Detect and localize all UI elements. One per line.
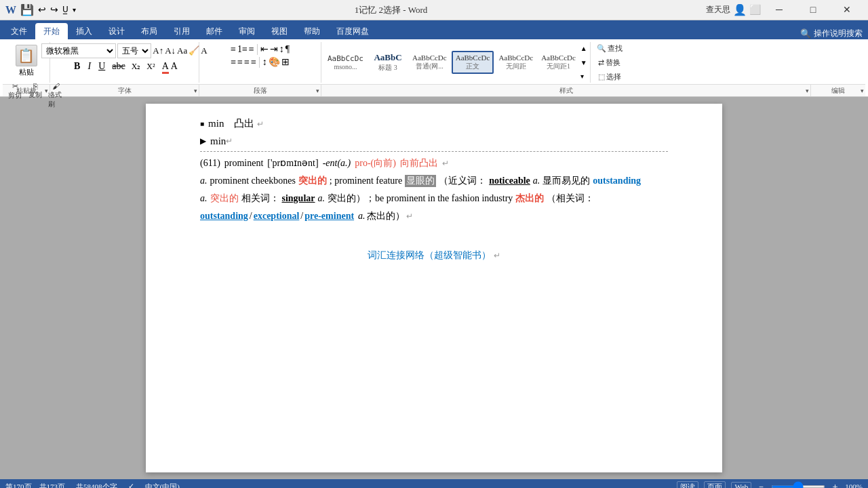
superscript-button[interactable]: X²	[144, 61, 157, 73]
view-page-button[interactable]: 页面	[704, 481, 726, 489]
paragraph-label[interactable]: 段落	[199, 85, 321, 96]
search-hint[interactable]: 操作说明搜索	[814, 28, 863, 39]
font-grow-button[interactable]: A↑	[153, 45, 163, 56]
style-preview-normal-web: AaBbCcDc	[412, 54, 447, 62]
undo-button[interactable]: ↩	[38, 4, 46, 16]
zoom-in-button[interactable]: ＋	[831, 481, 840, 488]
tab-home[interactable]: 开始	[35, 23, 68, 39]
paste-button[interactable]: 📋 粘贴	[5, 43, 47, 79]
view-read-button[interactable]: 阅读	[677, 481, 698, 489]
gallery-up-button[interactable]: ▲	[580, 45, 587, 52]
tab-design[interactable]: 设计	[100, 23, 133, 39]
font-label[interactable]: 字体	[50, 85, 199, 96]
increase-indent-button[interactable]: ⇥	[270, 43, 278, 55]
paste-icon: 📋	[16, 45, 37, 66]
zoom-level: 100%	[845, 483, 863, 488]
entry-rest3: 突出的）；be prominent in the fashion industr…	[328, 192, 513, 205]
decrease-indent-button[interactable]: ⇤	[260, 43, 269, 55]
bold-button[interactable]: B	[71, 60, 83, 73]
expand-arrow[interactable]: ▶	[200, 136, 206, 146]
doc-title: min 凸出 ↵	[208, 117, 264, 130]
zoom-slider[interactable]	[771, 485, 825, 488]
clipboard-label[interactable]: 粘贴板	[3, 85, 50, 96]
ribbon-search-area: 🔍 操作说明搜索	[377, 28, 868, 39]
gallery-down-button[interactable]: ▼	[580, 59, 587, 66]
align-left-button[interactable]: ≡	[231, 57, 236, 68]
entry-line1: (611) prominent ['prɒmɪnənt] -ent(a.) pr…	[200, 157, 668, 169]
show-formatting-button[interactable]: ¶	[285, 44, 290, 55]
style-no-spacing1[interactable]: AaBbCcDc 无间距1	[538, 52, 579, 73]
quick-access-dropdown[interactable]: ▾	[73, 6, 76, 14]
profile-button[interactable]: 👤	[733, 3, 747, 16]
style-msonormal[interactable]: AaBbCcDc msono...	[324, 52, 367, 73]
line-spacing-button[interactable]: ↕	[262, 57, 267, 68]
close-button[interactable]: ✕	[831, 0, 863, 20]
clear-format-button[interactable]: 🧹	[189, 45, 199, 56]
select-button[interactable]: ⬚ 选择	[596, 71, 623, 83]
style-normal-web[interactable]: AaBbCcDc 普通(网...	[409, 52, 450, 73]
numbering-button[interactable]: 1≡	[237, 44, 248, 55]
font-size-select[interactable]: 五号	[117, 43, 151, 58]
replace-button[interactable]: ⇄ 替换	[596, 57, 623, 68]
style-heading3[interactable]: AaBbC 标题 3	[368, 50, 408, 75]
paste-label: 粘贴	[19, 67, 34, 77]
proofing-icon: ✓	[128, 482, 134, 489]
style-preview-no-spacing1: AaBbCcDc	[541, 54, 576, 62]
align-center-button[interactable]: ≡	[237, 57, 243, 68]
justify-button[interactable]: ≡	[251, 57, 256, 68]
document-scroll[interactable]: ■ min 凸出 ↵ ▶ min ↵ (611) prominent	[0, 97, 868, 479]
footer-return: ↵	[494, 251, 500, 260]
font-shrink-button[interactable]: A↓	[165, 45, 176, 56]
document-page: ■ min 凸出 ↵ ▶ min ↵ (611) prominent	[146, 104, 722, 472]
entry-return4: ↵	[406, 211, 413, 222]
text-color-button[interactable]: A	[162, 61, 169, 72]
shading-button[interactable]: 🎨	[269, 56, 280, 68]
underline-quick[interactable]: U̲	[62, 5, 68, 15]
tab-insert[interactable]: 插入	[68, 23, 100, 39]
tab-references[interactable]: 引用	[165, 23, 198, 39]
italic-button[interactable]: I	[85, 60, 94, 73]
para-row1: ≡ 1≡ ≡ ⇤ ⇥ ↕ ¶	[231, 43, 290, 55]
find-button[interactable]: 🔍 查找	[595, 43, 625, 54]
subscript-button[interactable]: X₂	[130, 61, 143, 73]
font-family-select[interactable]: 微软雅黑	[41, 43, 116, 58]
tab-file[interactable]: 文件	[3, 23, 35, 39]
view-web-button[interactable]: Web	[731, 482, 751, 488]
underline-button[interactable]: U	[96, 60, 108, 73]
tab-help[interactable]: 帮助	[296, 23, 328, 39]
replace-label: 替换	[606, 58, 620, 68]
change-case-button[interactable]: Aa	[177, 45, 187, 56]
tab-baidu[interactable]: 百度网盘	[328, 23, 377, 39]
sep1	[257, 44, 258, 55]
borders-button[interactable]: ⊞	[281, 56, 290, 68]
minimize-button[interactable]: ─	[764, 0, 795, 20]
maximize-button[interactable]: □	[797, 0, 829, 20]
entry-jiechu: 杰出的	[515, 192, 544, 205]
styles-label[interactable]: 样式	[321, 85, 811, 96]
multilevel-button[interactable]: ≡	[249, 44, 254, 55]
bullets-button[interactable]: ≡	[231, 44, 236, 55]
save-button[interactable]: 💾	[20, 3, 34, 16]
highlight-color-button[interactable]: A	[171, 61, 178, 72]
tab-review[interactable]: 审阅	[231, 23, 263, 39]
zoom-out-button[interactable]: －	[757, 481, 766, 488]
style-body[interactable]: AaBbCcDc 正文	[452, 51, 494, 74]
style-no-spacing[interactable]: AaBbCcDc 无间距	[495, 52, 536, 73]
word-count: 共58408个字	[76, 482, 117, 489]
editing-label[interactable]: 编辑	[811, 85, 865, 96]
tab-view[interactable]: 视图	[263, 23, 296, 39]
window-restore[interactable]: ⬜	[749, 4, 761, 16]
align-right-button[interactable]: ≡	[244, 57, 250, 68]
bullet-marker: ■	[200, 120, 204, 127]
sort-button[interactable]: ↕	[279, 44, 284, 55]
title-section: ■ min 凸出 ↵	[200, 117, 668, 130]
tab-layout[interactable]: 布局	[133, 23, 165, 39]
redo-button[interactable]: ↪	[50, 4, 58, 16]
ribbon-section-labels: 粘贴板 字体 段落 样式 编辑	[3, 84, 865, 96]
gallery-expand-button[interactable]: ▾	[580, 73, 587, 80]
entry-num: (611)	[200, 158, 220, 169]
tab-mailings[interactable]: 邮件	[198, 23, 231, 39]
strikethrough-button[interactable]: abc	[110, 60, 127, 73]
entry-sep: ; prominent feature	[330, 176, 402, 186]
entry-trans4: 杰出的）	[367, 210, 405, 222]
